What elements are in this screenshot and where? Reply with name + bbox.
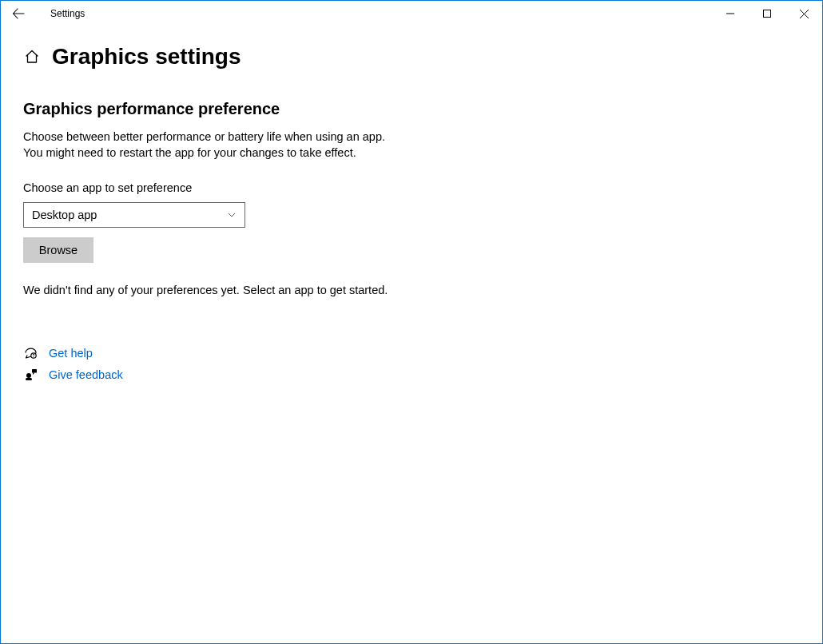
- get-help-link[interactable]: Get help: [49, 347, 93, 360]
- give-feedback-link[interactable]: Give feedback: [49, 368, 123, 381]
- section-description: Choose between better performance or bat…: [23, 129, 800, 161]
- dropdown-label: Choose an app to set preference: [23, 181, 800, 194]
- svg-point-6: [26, 373, 31, 378]
- feedback-icon: [23, 368, 38, 381]
- window-controls: [712, 1, 822, 26]
- get-help-row: ? Get help: [23, 346, 800, 360]
- description-line-2: You might need to restart the app for yo…: [23, 146, 356, 159]
- maximize-button[interactable]: [749, 1, 785, 26]
- empty-state-message: We didn't find any of your preferences y…: [23, 284, 800, 296]
- section-title: Graphics performance preference: [23, 100, 800, 118]
- chevron-down-icon: [227, 210, 237, 220]
- home-icon: [24, 49, 40, 65]
- back-button[interactable]: [6, 1, 31, 26]
- dropdown-selected-value: Desktop app: [32, 209, 97, 221]
- svg-rect-8: [32, 369, 37, 373]
- svg-text:?: ?: [32, 354, 34, 359]
- minimize-icon: [726, 10, 734, 18]
- minimize-button[interactable]: [712, 1, 749, 26]
- give-feedback-row: Give feedback: [23, 368, 800, 381]
- content-area: Graphics settings Graphics performance p…: [1, 26, 822, 381]
- svg-rect-7: [26, 378, 32, 380]
- help-icon: ?: [23, 346, 38, 360]
- description-line-1: Choose between better performance or bat…: [23, 130, 385, 143]
- close-button[interactable]: [785, 1, 822, 26]
- svg-rect-1: [764, 10, 771, 18]
- header-row: Graphics settings: [23, 44, 800, 70]
- maximize-icon: [763, 10, 771, 18]
- titlebar: Settings: [1, 1, 822, 26]
- home-button[interactable]: [23, 48, 41, 66]
- arrow-left-icon: [12, 7, 25, 20]
- browse-button[interactable]: Browse: [23, 237, 93, 263]
- titlebar-left: Settings: [6, 1, 712, 26]
- app-type-dropdown[interactable]: Desktop app: [23, 202, 245, 228]
- page-title: Graphics settings: [52, 44, 241, 70]
- close-icon: [800, 10, 809, 18]
- app-title: Settings: [50, 8, 85, 19]
